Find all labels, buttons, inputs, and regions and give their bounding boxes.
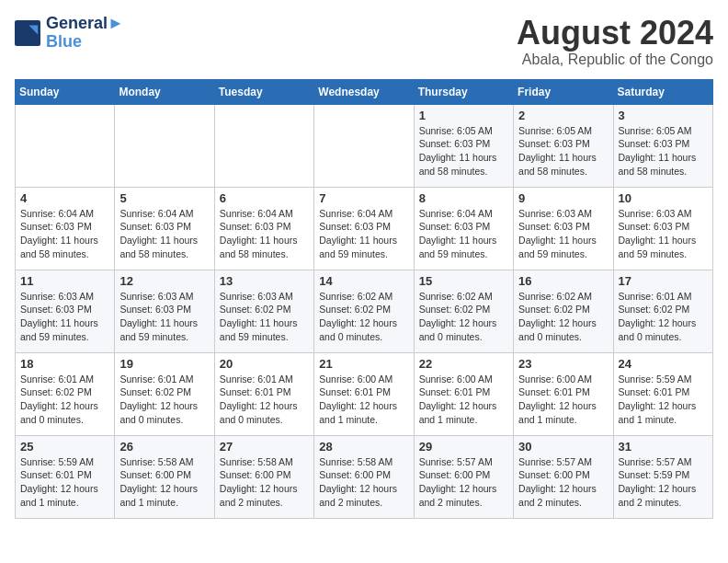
day-info: Sunrise: 6:02 AMSunset: 6:02 PMDaylight:… <box>419 290 508 344</box>
day-info: Sunrise: 6:03 AMSunset: 6:03 PMDaylight:… <box>518 207 608 261</box>
day-number: 15 <box>419 274 508 288</box>
calendar-cell: 19Sunrise: 6:01 AMSunset: 6:02 PMDayligh… <box>115 352 214 435</box>
calendar-cell: 23Sunrise: 6:00 AMSunset: 6:01 PMDayligh… <box>514 352 613 435</box>
day-info: Sunrise: 6:03 AMSunset: 6:02 PMDaylight:… <box>220 290 309 344</box>
header-friday: Friday <box>514 79 613 104</box>
day-number: 14 <box>319 274 408 288</box>
day-number: 22 <box>419 357 508 371</box>
day-number: 5 <box>119 191 209 205</box>
day-info: Sunrise: 6:03 AMSunset: 6:03 PMDaylight:… <box>619 207 708 261</box>
day-number: 4 <box>20 191 109 205</box>
header-wednesday: Wednesday <box>314 79 414 104</box>
day-info: Sunrise: 5:57 AMSunset: 5:59 PMDaylight:… <box>619 455 708 510</box>
week-row-1: 1Sunrise: 6:05 AMSunset: 6:03 PMDaylight… <box>16 104 713 187</box>
calendar-cell: 22Sunrise: 6:00 AMSunset: 6:01 PMDayligh… <box>414 352 513 435</box>
day-info: Sunrise: 6:01 AMSunset: 6:01 PMDaylight:… <box>220 373 309 427</box>
day-number: 19 <box>119 357 209 371</box>
calendar-cell: 10Sunrise: 6:03 AMSunset: 6:03 PMDayligh… <box>613 187 712 270</box>
header-saturday: Saturday <box>613 79 712 104</box>
day-info: Sunrise: 5:57 AMSunset: 6:00 PMDaylight:… <box>518 455 608 510</box>
day-info: Sunrise: 6:00 AMSunset: 6:01 PMDaylight:… <box>419 373 508 427</box>
calendar-cell: 4Sunrise: 6:04 AMSunset: 6:03 PMDaylight… <box>16 187 115 270</box>
calendar-cell <box>314 104 414 187</box>
day-info: Sunrise: 6:05 AMSunset: 6:03 PMDaylight:… <box>419 124 508 178</box>
logo-text: General► Blue <box>46 15 124 52</box>
calendar-cell: 27Sunrise: 5:58 AMSunset: 6:00 PMDayligh… <box>214 435 313 518</box>
calendar-cell: 20Sunrise: 6:01 AMSunset: 6:01 PMDayligh… <box>214 352 313 435</box>
logo-icon <box>15 20 40 46</box>
calendar-cell: 16Sunrise: 6:02 AMSunset: 6:02 PMDayligh… <box>514 270 613 352</box>
day-number: 8 <box>419 191 508 205</box>
day-info: Sunrise: 5:58 AMSunset: 6:00 PMDaylight:… <box>119 455 209 510</box>
day-info: Sunrise: 6:05 AMSunset: 6:03 PMDaylight:… <box>619 124 708 178</box>
calendar-cell: 1Sunrise: 6:05 AMSunset: 6:03 PMDaylight… <box>414 104 513 187</box>
calendar-table: SundayMondayTuesdayWednesdayThursdayFrid… <box>15 79 713 519</box>
day-number: 13 <box>220 274 309 288</box>
day-number: 11 <box>20 274 109 288</box>
calendar-cell: 12Sunrise: 6:03 AMSunset: 6:03 PMDayligh… <box>115 270 214 352</box>
calendar-cell: 8Sunrise: 6:04 AMSunset: 6:03 PMDaylight… <box>414 187 513 270</box>
day-number: 24 <box>619 357 708 371</box>
page-header: General► Blue August 2024 Abala, Republi… <box>15 15 713 68</box>
day-number: 26 <box>119 440 209 454</box>
calendar-cell: 9Sunrise: 6:03 AMSunset: 6:03 PMDaylight… <box>514 187 613 270</box>
day-number: 9 <box>518 191 608 205</box>
header-tuesday: Tuesday <box>214 79 313 104</box>
day-number: 29 <box>419 440 508 454</box>
calendar-cell: 14Sunrise: 6:02 AMSunset: 6:02 PMDayligh… <box>314 270 414 352</box>
calendar-cell <box>16 104 115 187</box>
page-subtitle: Abala, Republic of the Congo <box>517 52 713 68</box>
day-number: 17 <box>619 274 708 288</box>
day-number: 23 <box>518 357 608 371</box>
day-number: 30 <box>518 440 608 454</box>
day-info: Sunrise: 6:01 AMSunset: 6:02 PMDaylight:… <box>20 373 109 427</box>
day-info: Sunrise: 5:59 AMSunset: 6:01 PMDaylight:… <box>619 373 708 427</box>
day-info: Sunrise: 5:57 AMSunset: 6:00 PMDaylight:… <box>419 455 508 510</box>
calendar-cell <box>214 104 313 187</box>
day-info: Sunrise: 5:59 AMSunset: 6:01 PMDaylight:… <box>20 455 109 510</box>
calendar-header: SundayMondayTuesdayWednesdayThursdayFrid… <box>16 79 713 104</box>
day-number: 2 <box>518 109 608 122</box>
calendar-cell: 7Sunrise: 6:04 AMSunset: 6:03 PMDaylight… <box>314 187 414 270</box>
calendar-cell: 6Sunrise: 6:04 AMSunset: 6:03 PMDaylight… <box>214 187 313 270</box>
calendar-cell: 26Sunrise: 5:58 AMSunset: 6:00 PMDayligh… <box>115 435 214 518</box>
calendar-cell: 3Sunrise: 6:05 AMSunset: 6:03 PMDaylight… <box>613 104 712 187</box>
header-thursday: Thursday <box>414 79 513 104</box>
day-number: 16 <box>518 274 608 288</box>
calendar-cell: 15Sunrise: 6:02 AMSunset: 6:02 PMDayligh… <box>414 270 513 352</box>
day-number: 12 <box>119 274 209 288</box>
day-number: 6 <box>220 191 309 205</box>
calendar-cell: 11Sunrise: 6:03 AMSunset: 6:03 PMDayligh… <box>16 270 115 352</box>
day-info: Sunrise: 6:01 AMSunset: 6:02 PMDaylight:… <box>619 290 708 344</box>
calendar-cell <box>115 104 214 187</box>
week-row-2: 4Sunrise: 6:04 AMSunset: 6:03 PMDaylight… <box>16 187 713 270</box>
day-info: Sunrise: 5:58 AMSunset: 6:00 PMDaylight:… <box>319 455 408 510</box>
day-info: Sunrise: 6:00 AMSunset: 6:01 PMDaylight:… <box>518 373 608 427</box>
day-info: Sunrise: 6:04 AMSunset: 6:03 PMDaylight:… <box>119 207 209 261</box>
header-monday: Monday <box>115 79 214 104</box>
week-row-5: 25Sunrise: 5:59 AMSunset: 6:01 PMDayligh… <box>16 435 713 518</box>
day-info: Sunrise: 6:00 AMSunset: 6:01 PMDaylight:… <box>319 373 408 427</box>
day-info: Sunrise: 5:58 AMSunset: 6:00 PMDaylight:… <box>220 455 309 510</box>
title-block: August 2024 Abala, Republic of the Congo <box>517 15 713 68</box>
calendar-cell: 17Sunrise: 6:01 AMSunset: 6:02 PMDayligh… <box>613 270 712 352</box>
day-number: 10 <box>619 191 708 205</box>
header-sunday: Sunday <box>16 79 115 104</box>
calendar-cell: 24Sunrise: 5:59 AMSunset: 6:01 PMDayligh… <box>613 352 712 435</box>
calendar-body: 1Sunrise: 6:05 AMSunset: 6:03 PMDaylight… <box>16 104 713 518</box>
logo: General► Blue <box>15 15 124 52</box>
day-number: 21 <box>319 357 408 371</box>
day-info: Sunrise: 6:01 AMSunset: 6:02 PMDaylight:… <box>119 373 209 427</box>
week-row-3: 11Sunrise: 6:03 AMSunset: 6:03 PMDayligh… <box>16 270 713 352</box>
day-number: 1 <box>419 109 508 122</box>
day-number: 20 <box>220 357 309 371</box>
day-number: 18 <box>20 357 109 371</box>
day-number: 3 <box>619 109 708 122</box>
day-info: Sunrise: 6:04 AMSunset: 6:03 PMDaylight:… <box>419 207 508 261</box>
day-number: 31 <box>619 440 708 454</box>
calendar-cell: 28Sunrise: 5:58 AMSunset: 6:00 PMDayligh… <box>314 435 414 518</box>
calendar-cell: 31Sunrise: 5:57 AMSunset: 5:59 PMDayligh… <box>613 435 712 518</box>
calendar-cell: 30Sunrise: 5:57 AMSunset: 6:00 PMDayligh… <box>514 435 613 518</box>
day-info: Sunrise: 6:02 AMSunset: 6:02 PMDaylight:… <box>319 290 408 344</box>
day-info: Sunrise: 6:04 AMSunset: 6:03 PMDaylight:… <box>20 207 109 261</box>
